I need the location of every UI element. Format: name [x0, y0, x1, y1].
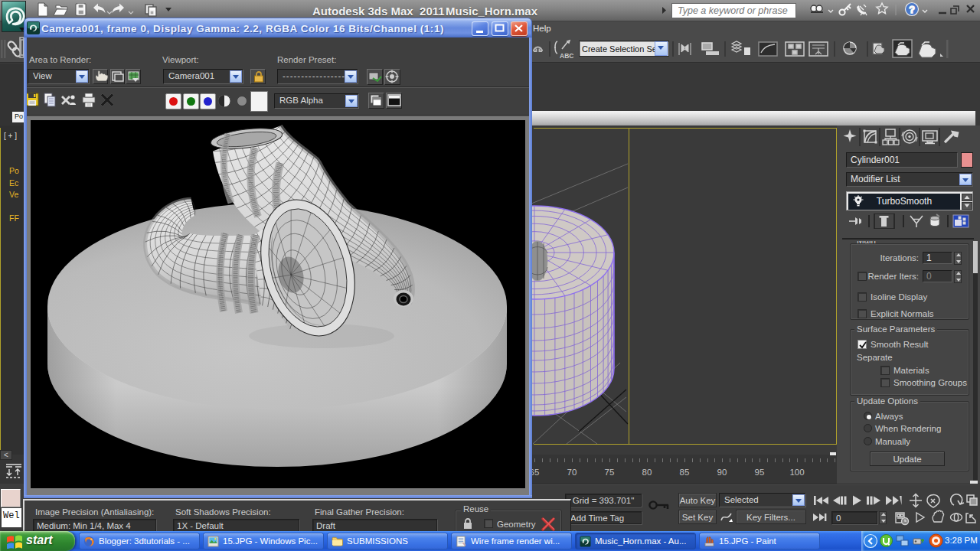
svg-text:?: ? [909, 5, 915, 15]
svg-text:ABC: ABC [560, 52, 573, 60]
